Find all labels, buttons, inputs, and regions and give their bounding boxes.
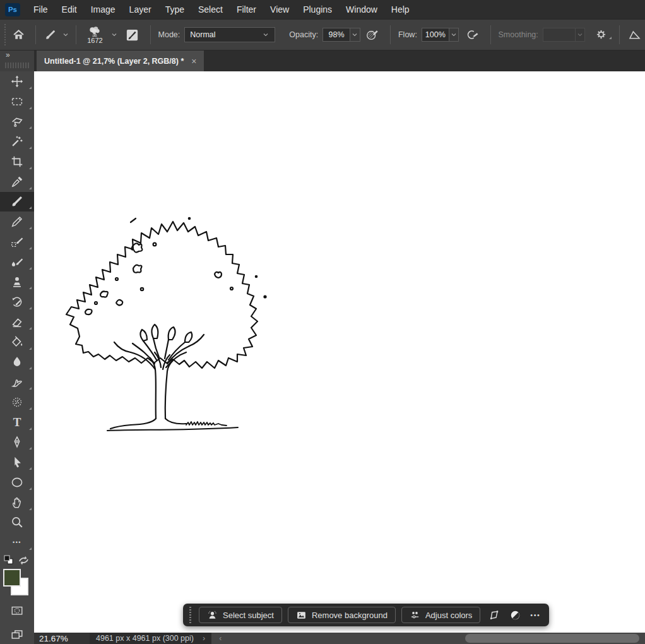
zoom-tool[interactable] [0,513,34,533]
horizontal-scrollbar-thumb[interactable] [465,634,639,643]
status-bar: 21.67% 4961 px x 4961 px (300 ppi) › ‹ [34,633,645,644]
menu-file[interactable]: File [27,0,55,19]
default-colors-button[interactable] [4,556,13,564]
menu-plugins[interactable]: Plugins [296,0,339,19]
select-subject-icon [207,610,218,621]
pen-tool[interactable] [0,432,34,453]
menu-window[interactable]: Window [339,0,384,19]
menu-image[interactable]: Image [84,0,122,19]
move-tool[interactable] [0,71,34,92]
remove-background-button[interactable]: Remove background [288,607,396,623]
document-tab[interactable]: Untitled-1 @ 21,7% (Layer 2, RGB/8) * × [37,51,204,71]
zoom-level-field[interactable]: 21.67% [34,633,90,644]
pencil-icon [10,215,24,229]
screen-mode-button[interactable] [0,625,34,644]
opacity-chevron[interactable] [350,28,360,42]
adjustments-button[interactable] [507,609,523,621]
type-tool[interactable]: T [0,412,34,432]
swap-colors-button[interactable] [20,556,28,565]
tool-preset-chevron[interactable] [61,31,71,39]
crop-tool[interactable] [0,152,34,172]
status-expand-chevron[interactable]: › [203,634,205,643]
brush-angle-button[interactable] [625,28,645,42]
opacity-value: 98% [329,30,345,39]
brush-size-value: 1672 [87,37,102,44]
rectangular-marquee-tool[interactable] [0,92,34,112]
clone-stamp-tool[interactable] [0,272,34,292]
menu-edit[interactable]: Edit [55,0,84,19]
color-control-row [0,552,34,568]
select-subject-button[interactable]: Select subject [199,607,282,623]
stamp-icon [10,275,24,289]
scrollbar-left-arrow[interactable]: ‹ [219,634,222,643]
canvas[interactable] [34,71,645,633]
chevron-down-icon [62,31,69,39]
brush-panel-icon [125,28,139,42]
drop-brush-icon [10,255,24,269]
type-icon: T [13,415,21,429]
smudge-finger-icon [10,375,24,389]
mode-select[interactable]: Normal [184,27,275,42]
pencil-tool[interactable] [0,212,34,232]
edit-toolbar-button[interactable]: ••• [0,532,34,552]
menu-help[interactable]: Help [384,0,417,19]
flyout-indicator [29,227,32,229]
separator [35,25,36,44]
menu-view[interactable]: View [263,0,296,19]
document-info[interactable]: 4961 px x 4961 px (300 ppi) › [90,633,211,644]
adjust-colors-button[interactable]: Adjust colors [401,607,480,623]
history-brush-tool[interactable] [0,292,34,312]
square-brush-icon [10,235,24,249]
tool-preset-button[interactable] [41,28,61,41]
flyout-indicator [29,247,32,249]
foreground-color-swatch[interactable] [3,569,21,587]
home-button[interactable] [7,28,31,42]
ellipse-tool[interactable] [0,472,34,492]
flyout-indicator [29,387,32,390]
blur-tool[interactable] [0,352,34,373]
flyout-indicator [29,508,32,510]
flyout-indicator [29,187,32,189]
eraser-tool[interactable] [0,312,34,332]
sponge-tool[interactable] [0,392,34,412]
tab-close-button[interactable]: × [191,56,196,66]
airbrush-button[interactable] [459,28,485,42]
flow-field[interactable]: 100% [422,28,449,42]
smudge-tool[interactable] [0,372,34,392]
brush-tool[interactable] [0,192,34,212]
brush-smoothing-options-button[interactable] [589,28,614,42]
opacity-field[interactable]: 98% [322,28,350,42]
hand-tool[interactable] [0,492,34,513]
opacity-pressure-button[interactable] [360,28,386,42]
mixer-brush-tool[interactable] [0,252,34,272]
document-tab-title: Untitled-1 @ 21,7% (Layer 2, RGB/8) * [44,57,184,66]
flyout-indicator [29,467,32,470]
path-selection-tool[interactable] [0,452,34,472]
task-bar-drag-handle[interactable] [188,607,192,623]
menu-select[interactable]: Select [191,0,230,19]
object-selection-tool[interactable] [0,131,34,152]
transform-button[interactable] [486,609,502,621]
select-subject-label: Select subject [223,611,274,620]
photoshop-logo[interactable]: Ps [5,3,20,16]
brush-preset-chevron[interactable] [109,31,120,39]
color-replacement-tool[interactable] [0,232,34,252]
paint-bucket-tool[interactable] [0,332,34,352]
task-bar-more-button[interactable]: ••• [529,611,541,619]
chevron-down-icon [110,31,118,39]
toolbar-collapse-button[interactable]: » [6,51,10,59]
drop-icon [10,355,24,369]
toolbar-grip[interactable] [5,63,29,68]
pen-icon [10,435,24,449]
menu-filter[interactable]: Filter [230,0,263,19]
contrast-circle-icon [509,609,521,621]
menu-type[interactable]: Type [158,0,191,19]
lasso-tool[interactable] [0,112,34,132]
flyout-indicator [29,327,32,330]
menu-layer[interactable]: Layer [122,0,158,19]
flow-chevron[interactable] [449,28,459,42]
brush-preset-picker[interactable]: 1672 [81,26,109,44]
quick-mask-button[interactable] [0,602,34,621]
eyedropper-tool[interactable] [0,172,34,192]
brush-settings-panel-toggle[interactable] [120,28,145,42]
